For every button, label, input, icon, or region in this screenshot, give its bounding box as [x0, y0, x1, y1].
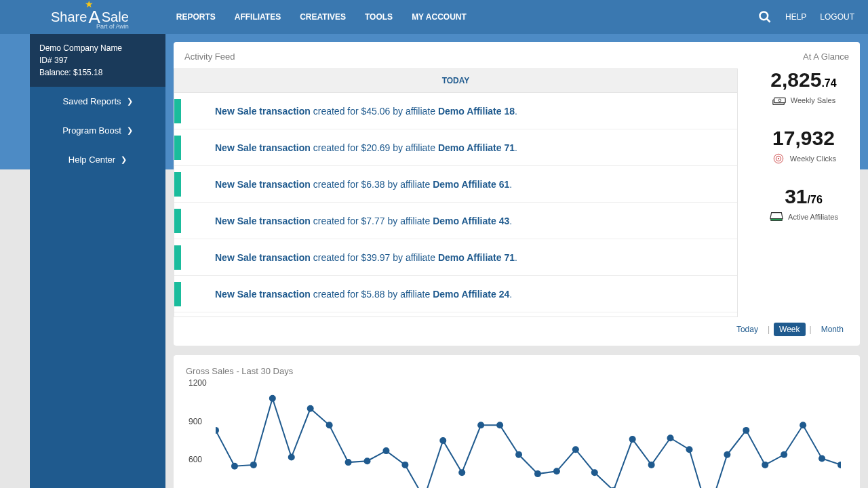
- nav-tools[interactable]: TOOLS: [365, 12, 393, 22]
- sidebar-item-label: Saved Reports: [63, 96, 121, 106]
- svg-point-28: [572, 446, 579, 453]
- svg-point-34: [686, 446, 692, 453]
- status-indicator: [174, 99, 181, 123]
- svg-point-19: [401, 462, 408, 468]
- sidebar-item-label: Help Center: [68, 155, 115, 165]
- svg-point-0: [760, 12, 768, 20]
- svg-point-26: [534, 470, 541, 477]
- company-balance: Balance: $155.18: [39, 66, 156, 79]
- svg-point-31: [629, 436, 636, 443]
- feed-row[interactable]: New Sale transaction created for $39.97 …: [174, 239, 737, 276]
- status-indicator: [174, 209, 181, 233]
- feed-row[interactable]: New Sale transaction created for $7.77 b…: [174, 203, 737, 239]
- svg-point-23: [477, 422, 484, 428]
- sidebar: Demo Company Name ID# 397 Balance: $155.…: [30, 34, 165, 488]
- status-indicator: [174, 136, 181, 160]
- feed-list: TODAY New Sale transaction created for $…: [174, 68, 738, 317]
- feed-scroll[interactable]: New Sale transaction created for $45.06 …: [174, 93, 737, 317]
- svg-point-16: [345, 459, 352, 466]
- svg-point-10: [231, 463, 238, 470]
- tab-today[interactable]: Today: [731, 323, 764, 336]
- activity-panel: Activity Feed At A Glance TODAY New Sale…: [174, 42, 860, 346]
- svg-point-24: [496, 422, 503, 428]
- activity-feed-title: Activity Feed: [184, 52, 235, 62]
- glance-column: 2,825.74 Weekly Sales 17,932 Weekly Clic…: [738, 68, 860, 317]
- svg-point-17: [364, 458, 371, 464]
- feed-text: New Sale transaction created for $7.77 b…: [215, 216, 512, 226]
- nav-affiliates[interactable]: AFFILIATES: [235, 12, 281, 22]
- feed-text: New Sale transaction created for $39.97 …: [215, 252, 517, 263]
- stat-value: 2,825: [770, 68, 821, 91]
- company-id: ID# 397: [39, 54, 156, 66]
- status-indicator: [174, 172, 181, 197]
- svg-point-9: [216, 427, 219, 434]
- logo-text-1: Share: [51, 9, 87, 25]
- svg-point-18: [382, 447, 389, 454]
- svg-point-25: [515, 451, 522, 458]
- stat-label: Active Affiliates: [788, 213, 838, 221]
- feed-row[interactable]: New Sale transaction created for $6.38 b…: [174, 166, 737, 203]
- company-info: Demo Company Name ID# 397 Balance: $155.…: [30, 34, 165, 87]
- chart-panel: Gross Sales - Last 30 Days 3006009001200: [174, 355, 860, 488]
- feed-text: New Sale transaction created for $6.38 b…: [215, 179, 512, 190]
- feed-text: New Sale transaction created for $20.69 …: [215, 142, 517, 153]
- svg-point-15: [326, 422, 333, 428]
- help-link[interactable]: HELP: [785, 12, 806, 22]
- sidebar-saved-reports[interactable]: Saved Reports❯: [30, 87, 165, 116]
- svg-point-12: [269, 395, 276, 402]
- chevron-right-icon: ❯: [121, 155, 127, 164]
- star-icon: ★: [85, 0, 94, 9]
- stat-value: 31: [785, 185, 807, 207]
- topbar-right: HELP LOGOUT: [758, 10, 854, 24]
- svg-rect-8: [771, 219, 783, 221]
- search-icon[interactable]: [758, 10, 772, 24]
- chart-title: Gross Sales - Last 30 Days: [186, 366, 848, 376]
- logo[interactable]: ★ ShareASale Part of Awin: [51, 7, 129, 28]
- stat-label: Weekly Clicks: [790, 155, 836, 163]
- nav-creatives[interactable]: CREATIVES: [300, 12, 346, 22]
- feed-text: New Sale transaction created for $5.88 b…: [215, 289, 512, 300]
- stat-value-decimal: .74: [821, 77, 836, 89]
- svg-rect-3: [774, 98, 785, 102]
- status-indicator: [174, 282, 181, 306]
- tab-month[interactable]: Month: [816, 323, 849, 336]
- svg-point-41: [818, 455, 825, 462]
- nav-reports[interactable]: REPORTS: [176, 12, 216, 22]
- svg-point-40: [800, 422, 806, 428]
- stat-value: 17,932: [747, 127, 860, 150]
- stat-active-affiliates: 31/76 Active Affiliates: [747, 185, 860, 223]
- target-icon: [771, 152, 786, 165]
- feed-text: New Sale transaction created for $45.06 …: [215, 106, 517, 117]
- svg-point-7: [778, 158, 779, 159]
- stat-value-total: /76: [808, 194, 823, 205]
- sidebar-help-center[interactable]: Help Center❯: [30, 145, 165, 174]
- company-name: Demo Company Name: [39, 42, 156, 54]
- tab-week[interactable]: Week: [774, 323, 805, 336]
- feed-row[interactable]: New Sale transaction created for $45.06 …: [174, 93, 737, 129]
- svg-point-38: [762, 462, 768, 468]
- svg-point-14: [307, 405, 314, 412]
- svg-line-1: [766, 19, 770, 22]
- logout-link[interactable]: LOGOUT: [820, 12, 854, 22]
- feed-row[interactable]: New Sale transaction created for $5.88 b…: [174, 276, 737, 312]
- chevron-right-icon: ❯: [127, 97, 133, 106]
- svg-point-33: [667, 434, 674, 441]
- feed-row[interactable]: New Sale transaction created for $20.69 …: [174, 129, 737, 166]
- sidebar-item-label: Program Boost: [62, 125, 121, 136]
- svg-point-32: [648, 462, 655, 468]
- money-stack-icon: [772, 94, 787, 106]
- status-indicator: [174, 245, 181, 270]
- sidebar-program-boost[interactable]: Program Boost❯: [30, 116, 165, 145]
- chevron-right-icon: ❯: [127, 126, 133, 135]
- nav-account[interactable]: MY ACCOUNT: [412, 12, 467, 22]
- svg-point-11: [250, 462, 257, 468]
- svg-point-27: [553, 468, 560, 474]
- time-range-tabs: Today | Week | Month: [174, 323, 860, 336]
- main-nav: REPORTS AFFILIATES CREATIVES TOOLS MY AC…: [176, 12, 467, 22]
- stat-weekly-sales: 2,825.74 Weekly Sales: [747, 68, 860, 106]
- svg-point-21: [439, 437, 446, 444]
- svg-point-29: [591, 469, 598, 476]
- stat-label: Weekly Sales: [791, 96, 835, 104]
- svg-point-37: [743, 427, 749, 434]
- svg-point-22: [458, 469, 465, 476]
